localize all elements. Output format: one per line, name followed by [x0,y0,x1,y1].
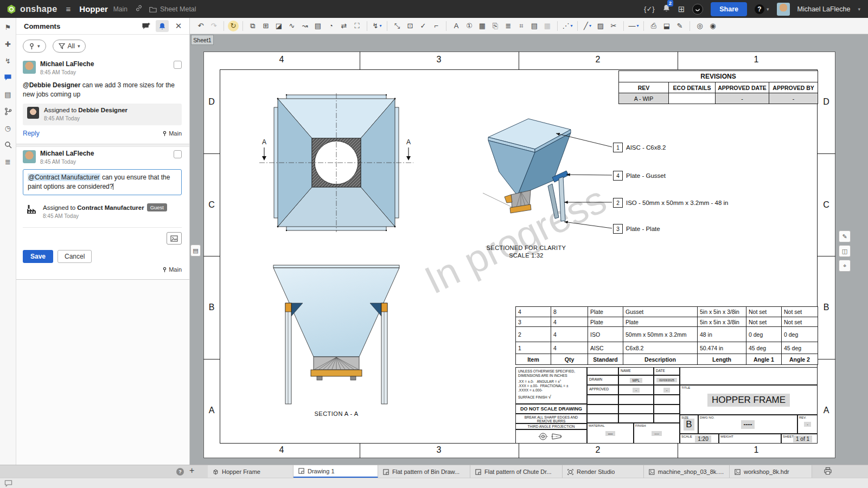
resolve-checkbox[interactable] [174,150,182,158]
notifications-button[interactable]: 2 [662,4,671,15]
share-button[interactable]: Share [711,2,747,16]
general-table-icon[interactable]: ⎘ [489,20,501,32]
feedback-bubble-icon[interactable] [4,479,12,488]
resolve-checkbox[interactable] [174,61,182,69]
user-avatar[interactable] [777,3,790,16]
move-icon[interactable]: ✚ [3,39,13,49]
view-options-icon[interactable]: ◫ [839,245,851,257]
callout-item[interactable]: 4Plate - Gusset [613,171,666,181]
crop-view-icon[interactable]: ⛶ [351,20,363,32]
sheet-tab[interactable]: Sheet1 [191,35,214,45]
top-view[interactable]: A A [255,86,418,240]
table-icon[interactable]: ▦ [476,20,488,32]
tab-render-studio[interactable]: Render Studio [563,465,644,478]
zone-label: 3 [428,445,450,455]
detail-view-icon[interactable]: ↝ [299,20,311,32]
insert-view-icon[interactable]: ⧉ [247,20,259,32]
callout-item[interactable]: 3Plate - Plate [613,224,660,234]
help-icon[interactable]: ? [176,468,184,476]
bom-table-icon[interactable]: ≣ [502,20,514,32]
note-icon[interactable]: A [450,20,462,32]
export-dxf-icon[interactable]: ⎙ [648,20,660,32]
close-icon[interactable]: ✕ [172,20,185,32]
cancel-button[interactable]: Cancel [58,250,92,263]
link-icon[interactable] [135,4,143,14]
broken-out-section-icon[interactable]: ▤ [312,20,324,32]
comment-icon[interactable] [3,73,13,82]
branch-label[interactable]: Main [113,5,127,13]
comment-location[interactable]: Main [162,130,182,137]
hatch-icon[interactable]: ▨ [595,20,607,32]
section-view-icon[interactable]: ◔ [325,20,337,32]
view-layout-icon[interactable]: ⊞ [260,20,272,32]
centerline-icon[interactable]: ↯▾ [371,20,383,32]
print-icon[interactable] [824,467,832,477]
apps-grid-icon[interactable]: ⊞ [678,4,685,14]
versions-check-icon[interactable]: {✓} [644,5,655,13]
tab-flat-pattern-bin[interactable]: Flat pattern of Bin Draw... [378,465,470,478]
add-tab-button[interactable]: + [189,466,194,476]
update-revision-icon[interactable]: ↻ [228,21,239,31]
callout-item[interactable]: 2ISO - 50mm x 50mm x 3.2mm - 48 in [613,198,729,208]
tab-hopper-frame[interactable]: Hopper Frame [208,465,293,478]
section-line-icon[interactable]: ∿ [286,20,298,32]
gdt-frame-icon[interactable]: ⊡ [404,20,416,32]
edit-tools-icon[interactable]: ✎ [839,230,851,242]
workspace-folder[interactable]: Sheet Metal [149,5,196,13]
help-menu[interactable]: ? ▾ [755,4,769,14]
search-icon[interactable] [3,140,13,150]
comment-edit-field[interactable]: @Contract Manufacturer can you ensure th… [23,169,182,195]
bend-note-icon[interactable]: ⌐ [430,20,442,32]
hole-table-icon[interactable]: ⌗ [515,20,527,32]
flag-icon[interactable]: ⚑ [3,22,13,32]
datum-icon[interactable]: ✓ [417,20,429,32]
isometric-view[interactable] [483,114,602,226]
render-studio-icon [567,468,574,476]
bend-table-icon[interactable]: ▤ [528,20,540,32]
tab-machine-shop-hdr[interactable]: machine_shop_03_8k.h... [644,465,730,478]
insert-image-button[interactable] [167,232,182,245]
point-icon[interactable]: ⋰▾ [561,20,573,32]
user-name[interactable]: Michael LaFleche [797,5,851,13]
insert-image-icon[interactable]: ⬓ [661,20,673,32]
lightning-icon[interactable]: ↯ [3,56,13,66]
save-button[interactable]: Save [23,250,53,263]
add-comment-icon[interactable] [139,20,152,32]
bom-icon[interactable]: ≣ [3,157,13,166]
line-style-icon[interactable]: —▾ [628,20,640,32]
dimension-icon[interactable]: ⤡ [391,20,403,32]
projected-view-icon[interactable]: ◪ [273,20,285,32]
redo-icon[interactable]: ↷ [208,20,220,32]
branch-icon[interactable] [3,106,13,116]
paint-icon[interactable]: ✎ [674,20,686,32]
break-view-icon[interactable]: ⇄ [338,20,350,32]
reply-link[interactable]: Reply [23,130,40,137]
assistant-icon[interactable] [692,4,703,15]
all-filter-button[interactable]: All ▾ [53,40,86,53]
comment-location[interactable]: Main [162,266,182,273]
tab-flat-pattern-chute[interactable]: Flat pattern of Chute Dr... [470,465,563,478]
line-icon[interactable]: ╱▾ [582,20,593,32]
wrench-tools-icon[interactable]: ⌖ [839,260,851,272]
undo-icon[interactable]: ↶ [195,20,207,32]
sheet-list-toggle[interactable]: ▤ [190,245,201,256]
callout-item[interactable]: 1AISC - C6x8.2 [613,143,666,152]
bom-table[interactable]: 48PlateGusset5in x 5in x 3/8inNot setNot… [515,306,818,365]
comment-notifications-bell-icon[interactable] [156,20,169,32]
tab-drawing-1[interactable]: Drawing 1 [293,465,378,478]
tab-workshop-hdr[interactable]: workshop_8k.hdr [730,465,812,478]
history-icon[interactable]: ◷ [3,123,13,133]
onshape-logo[interactable]: onshape [7,4,58,14]
location-filter-button[interactable]: ▾ [23,40,46,53]
measure-icon[interactable]: ◎ [694,20,706,32]
mention[interactable]: @Debbie Designer [23,81,80,89]
section-view[interactable] [271,262,401,408]
comment-item: Michael LaFleche 8:45 AM Today @Debbie D… [16,57,189,144]
trim-icon[interactable]: ✂ [608,20,620,32]
hamburger-menu-icon[interactable]: ≡ [66,4,71,14]
callout-icon[interactable]: ① [463,20,475,32]
measure-settings-icon[interactable]: ◉ [707,20,719,32]
report-icon[interactable]: ▤ [3,89,13,99]
revision-table-icon[interactable]: ▦ [541,20,553,32]
drawing-canvas[interactable]: Sheet1 4 3 2 1 4 3 2 1 D C B A D C B A I… [190,34,868,465]
